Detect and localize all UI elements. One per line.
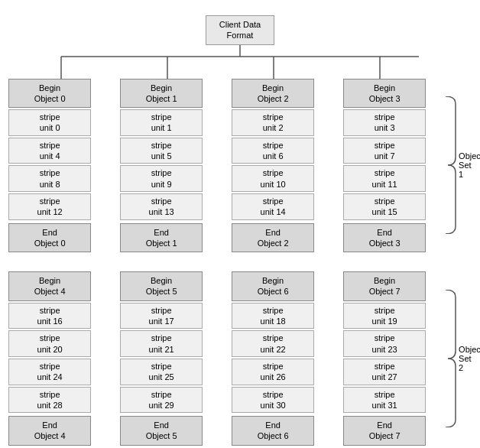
stripe-5-3: stripeunit 29 bbox=[120, 387, 203, 414]
stripe-6-3: stripeunit 30 bbox=[232, 387, 314, 414]
begin-object-7: BeginObject 7 bbox=[343, 271, 426, 301]
stripe-0-0: stripeunit 0 bbox=[8, 109, 91, 136]
object-col-4: BeginObject 4 stripeunit 16 stripeunit 2… bbox=[0, 271, 102, 446]
stripe-4-0: stripeunit 16 bbox=[8, 303, 91, 330]
begin-object-3: BeginObject 3 bbox=[343, 79, 426, 109]
stripe-4-1: stripeunit 20 bbox=[8, 330, 91, 357]
stripe-1-3: stripeunit 13 bbox=[120, 193, 203, 220]
object-col-7: BeginObject 7 stripeunit 19 stripeunit 2… bbox=[332, 271, 437, 446]
stripe-7-0: stripeunit 19 bbox=[343, 303, 426, 330]
begin-object-6: BeginObject 6 bbox=[232, 271, 314, 301]
stripe-4-2: stripeunit 24 bbox=[8, 359, 91, 385]
stripe-5-0: stripeunit 17 bbox=[120, 303, 203, 330]
stripe-5-2: stripeunit 25 bbox=[120, 359, 203, 385]
begin-object-2: BeginObject 2 bbox=[232, 79, 314, 109]
stripe-2-3: stripeunit 14 bbox=[232, 193, 314, 220]
end-object-6: EndObject 6 bbox=[232, 416, 314, 446]
end-object-0: EndObject 0 bbox=[8, 223, 91, 253]
stripe-6-1: stripeunit 22 bbox=[232, 330, 314, 357]
stripe-1-2: stripeunit 9 bbox=[120, 165, 203, 192]
diagram: Client Data Format BeginObject 0 stripeu… bbox=[0, 0, 480, 448]
stripe-1-0: stripeunit 1 bbox=[120, 109, 203, 136]
stripe-7-1: stripeunit 23 bbox=[343, 330, 426, 357]
object-set-1-row: BeginObject 0 stripeunit 0 stripeunit 4 … bbox=[0, 79, 480, 253]
object-set-1-columns: BeginObject 0 stripeunit 0 stripeunit 4 … bbox=[0, 79, 437, 253]
set-1-label: Object Set 1 bbox=[459, 79, 480, 253]
stripe-6-0: stripeunit 18 bbox=[232, 303, 314, 330]
stripe-1-1: stripeunit 5 bbox=[120, 138, 203, 164]
stripe-0-2: stripeunit 8 bbox=[8, 165, 91, 192]
stripe-2-2: stripeunit 10 bbox=[232, 165, 314, 192]
object-col-0: BeginObject 0 stripeunit 0 stripeunit 4 … bbox=[0, 79, 102, 253]
stripe-0-1: stripeunit 4 bbox=[8, 138, 91, 164]
stripe-7-3: stripeunit 31 bbox=[343, 387, 426, 414]
stripe-5-1: stripeunit 21 bbox=[120, 330, 203, 357]
end-object-4: EndObject 4 bbox=[8, 416, 91, 446]
end-object-2: EndObject 2 bbox=[232, 223, 314, 253]
object-col-1: BeginObject 1 stripeunit 1 stripeunit 5 … bbox=[109, 79, 214, 253]
end-object-1: EndObject 1 bbox=[120, 223, 203, 253]
stripe-3-3: stripeunit 15 bbox=[343, 193, 426, 220]
object-col-2: BeginObject 2 stripeunit 2 stripeunit 6 … bbox=[220, 79, 326, 253]
stripe-3-1: stripeunit 7 bbox=[343, 138, 426, 164]
brace-set-1 bbox=[442, 96, 457, 234]
object-col-6: BeginObject 6 stripeunit 18 stripeunit 2… bbox=[220, 271, 326, 446]
stripe-2-0: stripeunit 2 bbox=[232, 109, 314, 136]
begin-object-1: BeginObject 1 bbox=[120, 79, 203, 109]
end-object-5: EndObject 5 bbox=[120, 416, 203, 446]
end-object-7: EndObject 7 bbox=[343, 416, 426, 446]
end-object-3: EndObject 3 bbox=[343, 223, 426, 253]
stripe-3-0: stripeunit 3 bbox=[343, 109, 426, 136]
stripe-4-3: stripeunit 28 bbox=[8, 387, 91, 414]
root-node: Client Data Format bbox=[206, 15, 274, 45]
begin-object-0: BeginObject 0 bbox=[8, 79, 91, 109]
stripe-2-1: stripeunit 6 bbox=[232, 138, 314, 164]
stripe-7-2: stripeunit 27 bbox=[343, 359, 426, 385]
object-col-5: BeginObject 5 stripeunit 17 stripeunit 2… bbox=[109, 271, 214, 446]
begin-object-4: BeginObject 4 bbox=[8, 271, 91, 301]
object-col-3: BeginObject 3 stripeunit 3 stripeunit 7 … bbox=[332, 79, 437, 253]
brace-set-2 bbox=[442, 290, 457, 427]
set-2-label: Object Set 2 bbox=[459, 271, 480, 446]
stripe-0-3: stripeunit 12 bbox=[8, 193, 91, 220]
begin-object-5: BeginObject 5 bbox=[120, 271, 203, 301]
object-set-2-columns: BeginObject 4 stripeunit 16 stripeunit 2… bbox=[0, 271, 437, 446]
stripe-3-2: stripeunit 11 bbox=[343, 165, 426, 192]
object-set-2-row: BeginObject 4 stripeunit 16 stripeunit 2… bbox=[0, 271, 480, 446]
stripe-6-2: stripeunit 26 bbox=[232, 359, 314, 385]
